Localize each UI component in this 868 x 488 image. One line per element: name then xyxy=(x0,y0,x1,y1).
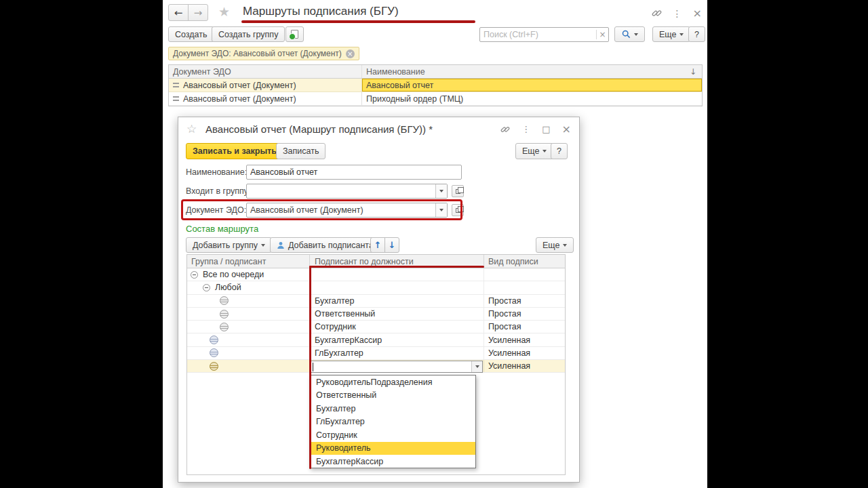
arrow-left-icon: ← xyxy=(174,7,183,19)
window-controls: ⋮ × xyxy=(652,7,702,20)
signer-icon xyxy=(210,348,218,357)
collapse-icon[interactable] xyxy=(203,284,210,291)
route-signer-row[interactable]: Ответственный Простая xyxy=(187,308,565,321)
group-open-button[interactable] xyxy=(452,185,464,197)
save-button[interactable]: Записать xyxy=(276,143,326,159)
active-cell[interactable]: Авансовый отчет xyxy=(362,79,702,92)
move-up-button[interactable]: ↑ xyxy=(370,237,385,253)
person-icon xyxy=(277,241,285,249)
kebab-menu-icon[interactable]: ⋮ xyxy=(521,124,530,134)
search-icon xyxy=(622,30,631,39)
route-signer-row[interactable]: Сотрудник Простая xyxy=(187,321,565,333)
name-field-label: Наименование: xyxy=(186,167,247,177)
dropdown-item[interactable]: Бухгалтер xyxy=(310,402,475,415)
link-icon[interactable] xyxy=(652,8,662,18)
sort-descending-icon[interactable]: ↓ xyxy=(690,67,696,77)
dropdown-button[interactable] xyxy=(435,184,447,198)
favorite-star-outline-icon[interactable]: ☆ xyxy=(186,122,197,136)
copy-document-icon xyxy=(291,30,298,39)
column-label: Наименование xyxy=(366,67,425,77)
chevron-down-icon xyxy=(261,244,265,247)
signer-edit-combo[interactable] xyxy=(310,361,483,373)
search-clear-icon[interactable]: × xyxy=(596,30,608,39)
table-row[interactable]: Авансовый отчет (Документ) Авансовый отч… xyxy=(169,79,702,92)
add-signer-button[interactable]: Добавить подписанта xyxy=(270,237,380,253)
text-cursor xyxy=(313,363,313,371)
create-group-button[interactable]: Создать группу xyxy=(212,26,285,42)
kebab-menu-icon[interactable]: ⋮ xyxy=(673,8,682,19)
element-icon xyxy=(173,83,179,87)
link-icon[interactable] xyxy=(500,125,510,134)
table-header[interactable]: Документ ЭДО Наименование ↓ xyxy=(169,65,702,79)
dropdown-item[interactable]: ГлБухгалтер xyxy=(310,415,475,429)
table-row[interactable]: Авансовый отчет (Документ) Приходный орд… xyxy=(169,92,702,106)
column-label: Подписант по должности xyxy=(315,257,414,266)
column-label: Группа / подписант xyxy=(191,257,266,266)
favorite-star-icon[interactable]: ★ xyxy=(218,4,230,19)
column-header-document[interactable]: Документ ЭДО xyxy=(169,65,362,78)
search-input[interactable] xyxy=(480,28,596,41)
search-button[interactable] xyxy=(614,26,645,42)
dropdown-button[interactable] xyxy=(471,361,482,372)
route-signer-row[interactable]: БухгалтерКассир Усиленная xyxy=(187,333,565,346)
page-title: Маршруты подписания (БГУ) xyxy=(243,5,399,18)
more-label: Еще xyxy=(542,241,559,250)
signer-icon xyxy=(220,310,229,319)
name-field-input[interactable] xyxy=(246,165,462,180)
group-label: Все по очереди xyxy=(203,270,264,279)
column-label: Документ ЭДО xyxy=(173,67,231,77)
close-icon[interactable]: × xyxy=(693,7,702,20)
nav-forward-button[interactable]: → xyxy=(188,4,208,21)
signer-position: Сотрудник xyxy=(315,322,356,331)
dropdown-item[interactable]: РуководительПодразделения xyxy=(310,375,475,389)
help-button[interactable]: ? xyxy=(688,26,705,42)
maximize-icon[interactable]: □ xyxy=(542,124,550,134)
move-down-button[interactable]: ↓ xyxy=(384,237,399,253)
route-composition-link[interactable]: Состав маршрута xyxy=(186,224,258,234)
group-label: Любой xyxy=(215,283,241,292)
signature-type: Усиленная xyxy=(488,361,530,371)
create-by-copy-button[interactable] xyxy=(285,26,304,42)
dropdown-item[interactable]: БухгалтерКассир xyxy=(310,455,475,468)
chevron-down-icon xyxy=(679,33,684,36)
signer-edit-input[interactable] xyxy=(311,361,420,371)
column-header-name[interactable]: Наименование ↓ xyxy=(362,65,702,78)
add-group-button[interactable]: Добавить группу xyxy=(186,237,272,253)
collapse-icon[interactable] xyxy=(191,271,198,279)
app-window: ← → ★ Маршруты подписания (БГУ) ⋮ × Созд… xyxy=(163,0,707,488)
route-group-row[interactable]: Любой xyxy=(187,281,565,294)
signature-type: Усиленная xyxy=(488,336,530,345)
dropdown-item-highlighted[interactable]: Руководитель xyxy=(310,442,475,455)
signer-icon xyxy=(210,336,218,344)
signer-position: БухгалтерКассир xyxy=(315,336,382,345)
route-signer-row[interactable]: Бухгалтер Простая xyxy=(187,295,565,308)
route-group-row[interactable]: Все по очереди xyxy=(187,268,565,281)
group-field-value xyxy=(247,184,435,198)
dialog-more-button[interactable]: Еще xyxy=(515,143,553,159)
signature-type: Простая xyxy=(488,296,521,306)
group-field-combo[interactable] xyxy=(246,184,448,199)
cell-document: Авансовый отчет (Документ) xyxy=(183,81,296,90)
chevron-down-icon xyxy=(542,150,547,152)
nav-back-button[interactable]: ← xyxy=(168,4,189,21)
add-group-label: Добавить группу xyxy=(193,241,258,250)
route-editing-row[interactable]: Усиленная xyxy=(187,360,565,373)
close-icon[interactable]: × xyxy=(562,123,571,136)
more-button[interactable]: Еще xyxy=(652,26,690,42)
signer-position: ГлБухгалтер xyxy=(315,348,363,358)
dialog-help-button[interactable]: ? xyxy=(551,143,568,159)
filter-tag-label: Документ ЭДО: Авансовый отчет (Документ) xyxy=(173,49,342,58)
route-more-button[interactable]: Еще xyxy=(536,237,574,253)
route-signer-row[interactable]: ГлБухгалтер Усиленная xyxy=(187,347,565,360)
cell-name: Авансовый отчет xyxy=(366,81,433,90)
dropdown-item[interactable]: Сотрудник xyxy=(310,428,475,442)
filter-tag[interactable]: Документ ЭДО: Авансовый отчет (Документ)… xyxy=(168,47,359,60)
create-button[interactable]: Создать xyxy=(168,26,214,42)
filter-remove-icon[interactable]: × xyxy=(346,49,355,58)
chevron-down-icon xyxy=(563,244,567,247)
dropdown-item[interactable]: Ответственный xyxy=(310,389,475,403)
save-and-close-button[interactable]: Записать и закрыть xyxy=(186,143,283,159)
chevron-down-icon xyxy=(439,190,443,192)
cell-name: Приходный ордер (ТМЦ) xyxy=(366,94,463,104)
open-value-icon xyxy=(456,189,460,194)
